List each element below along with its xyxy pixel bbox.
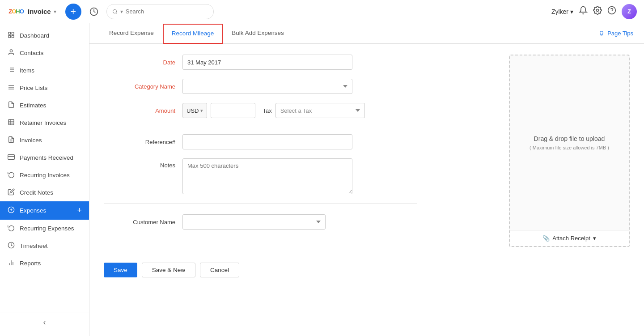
tab-bulk-add-expenses[interactable]: Bulk Add Expenses [223, 23, 292, 43]
items-icon [7, 66, 15, 75]
timesheet-icon [7, 242, 15, 250]
tax-select[interactable]: Select a Tax [275, 103, 365, 118]
reference-input[interactable] [182, 134, 352, 149]
search-bar: ▾ [106, 4, 214, 19]
sidebar-item-price-lists[interactable]: Price Lists [0, 79, 89, 97]
user-chevron-icon: ▾ [570, 8, 573, 15]
upload-main-text: Drag & drop file to upload [534, 135, 605, 142]
nav-right: Zylker ▾ Z [551, 4, 637, 19]
action-buttons: Save Save & New Cancel [104, 263, 417, 292]
notifications-icon[interactable] [579, 6, 588, 17]
svg-point-1 [113, 9, 116, 13]
sidebar-item-recurring-invoices[interactable]: Recurring Invoices [0, 166, 89, 184]
date-label: Date [104, 59, 175, 66]
svg-line-2 [116, 13, 117, 13]
svg-rect-9 [8, 35, 11, 38]
svg-rect-26 [8, 155, 15, 160]
recurring-expenses-icon [7, 224, 15, 233]
sidebar-item-label: Reports [20, 260, 41, 267]
sidebar-item-estimates[interactable]: Estimates [0, 97, 89, 114]
history-button[interactable] [87, 4, 101, 19]
tab-record-mileage[interactable]: Record Mileage [163, 24, 223, 44]
sidebar-item-invoices[interactable]: Invoices [0, 132, 89, 149]
add-new-button[interactable]: + [65, 4, 81, 20]
main-form: Date Category Name Amount USD [104, 55, 417, 292]
logo-chevron-icon[interactable]: ▾ [54, 9, 56, 15]
sidebar-item-dashboard[interactable]: Dashboard [0, 27, 89, 44]
svg-rect-20 [8, 119, 14, 125]
search-input[interactable] [126, 8, 208, 15]
help-icon[interactable] [607, 6, 616, 17]
sidebar-item-label: Payments Received [20, 154, 73, 161]
sidebar-item-contacts[interactable]: Contacts [0, 44, 89, 62]
sidebar-collapse-button[interactable]: ‹ [0, 312, 89, 332]
tabs-bar: Record Expense Record Mileage Bulk Add E… [89, 23, 644, 44]
user-label[interactable]: Zylker ▾ [551, 8, 573, 15]
sidebar-item-timesheet[interactable]: Timesheet [0, 237, 89, 255]
sidebar-item-expenses[interactable]: Expenses + [0, 201, 89, 220]
sidebar-item-recurring-expenses[interactable]: Recurring Expenses [0, 220, 89, 237]
cancel-button[interactable]: Cancel [200, 263, 239, 277]
contacts-icon [7, 49, 15, 57]
sidebar-item-retainer-invoices[interactable]: Retainer Invoices [0, 114, 89, 132]
sidebar-item-label: Invoices [20, 137, 42, 144]
date-input[interactable] [182, 55, 352, 70]
sidebar-item-label: Dashboard [20, 32, 49, 39]
upload-sub-text: ( Maximum file size allowed is 7MB ) [530, 145, 609, 150]
sidebar-item-label: Recurring Expenses [20, 225, 74, 232]
search-icon [112, 9, 118, 15]
sidebar-item-label: Contacts [20, 50, 43, 56]
invoices-icon [7, 136, 15, 145]
estimates-icon [7, 101, 15, 110]
sidebar-item-label: Expenses [20, 207, 46, 214]
reference-row: Reference# [104, 134, 417, 149]
save-new-button[interactable]: Save & New [142, 263, 195, 277]
sidebar-item-label: Credit Notes [20, 189, 53, 196]
currency-dropdown[interactable]: USD ▾ [182, 103, 207, 118]
customer-label: Customer Name [104, 219, 175, 225]
sidebar-item-reports[interactable]: Reports [0, 255, 89, 272]
upload-panel[interactable]: Drag & drop file to upload ( Maximum fil… [509, 55, 630, 247]
payments-icon [7, 153, 15, 162]
notes-textarea[interactable] [182, 158, 352, 194]
search-filter-icon[interactable]: ▾ [120, 9, 123, 15]
attach-chevron-icon: ▾ [593, 235, 596, 242]
notes-row: Notes [104, 158, 417, 194]
notes-label: Notes [104, 158, 175, 169]
sidebar-item-label: Estimates [20, 102, 46, 109]
category-row: Category Name [104, 79, 417, 94]
sidebar-item-payments-received[interactable]: Payments Received [0, 149, 89, 166]
reference-label: Reference# [104, 139, 175, 145]
expenses-icon [7, 206, 15, 215]
avatar[interactable]: Z [622, 4, 637, 19]
tab-record-expense[interactable]: Record Expense [100, 23, 163, 43]
sidebar-item-items[interactable]: Items [0, 62, 89, 79]
amount-group: USD ▾ Tax Select a Tax [182, 103, 365, 118]
category-select[interactable] [182, 79, 352, 94]
main-layout: Dashboard Contacts Items Price Lists Est… [0, 23, 644, 336]
upload-drop-zone[interactable]: Drag & drop file to upload ( Maximum fil… [530, 55, 609, 230]
currency-chevron-icon: ▾ [200, 108, 203, 114]
svg-rect-7 [12, 32, 14, 34]
attach-receipt-button[interactable]: 📎 Attach Receipt ▾ [510, 230, 629, 246]
customer-select[interactable] [182, 214, 326, 230]
recurring-invoices-icon [7, 171, 15, 179]
settings-icon[interactable] [593, 6, 602, 17]
logo-box: ZOHO [7, 5, 25, 18]
save-button[interactable]: Save [104, 263, 137, 277]
sidebar-item-credit-notes[interactable]: Credit Notes [0, 184, 89, 201]
page-tips-button[interactable]: Page Tips [598, 27, 633, 39]
reports-icon [7, 259, 15, 268]
logo-area: ZOHO Invoice ▾ [7, 5, 56, 18]
product-name: Invoice [28, 8, 51, 15]
content-area: Record Expense Record Mileage Bulk Add E… [89, 23, 644, 336]
price-lists-icon [7, 84, 15, 92]
currency-value: USD [186, 107, 199, 114]
svg-rect-8 [12, 35, 14, 38]
expenses-add-icon[interactable]: + [77, 206, 82, 215]
sidebar-item-label: Price Lists [20, 85, 47, 91]
amount-input[interactable] [211, 103, 255, 118]
top-nav: ZOHO Invoice ▾ + ▾ Zylker ▾ [0, 0, 644, 23]
form-divider [104, 203, 417, 204]
sidebar-item-label: Recurring Invoices [20, 172, 70, 179]
